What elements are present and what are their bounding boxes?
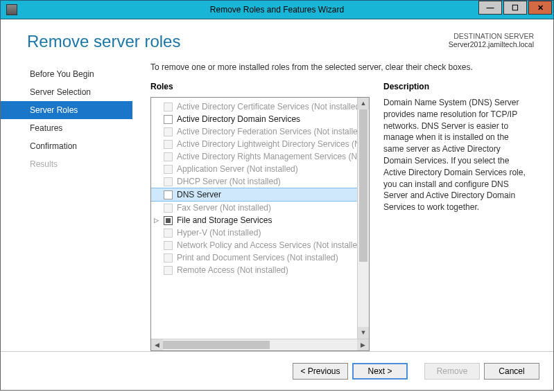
- role-checkbox: [164, 177, 173, 186]
- app-icon: [6, 4, 17, 15]
- destination-label: DESTINATION SERVER: [449, 32, 534, 40]
- titlebar[interactable]: Remove Roles and Features Wizard — ☐ ✕: [0, 0, 554, 19]
- role-label: DHCP Server (Not installed): [177, 177, 281, 186]
- scroll-right-icon[interactable]: ▶: [357, 339, 369, 350]
- roles-listbox[interactable]: Active Directory Certificate Services (N…: [150, 97, 370, 351]
- role-row[interactable]: ▷File and Storage Services: [151, 214, 369, 226]
- sidebar-item-server-roles[interactable]: Server Roles: [1, 101, 132, 119]
- role-row: Fax Server (Not installed): [151, 202, 369, 214]
- role-label: Network Policy and Access Services (Not …: [177, 240, 365, 250]
- role-label: Active Directory Certificate Services (N…: [177, 102, 363, 112]
- role-checkbox[interactable]: [164, 115, 173, 124]
- role-label: Active Directory Domain Services: [177, 114, 300, 124]
- role-checkbox[interactable]: [164, 216, 173, 225]
- role-checkbox: [164, 140, 173, 149]
- scroll-left-icon[interactable]: ◀: [151, 339, 163, 350]
- instruction-text: To remove one or more installed roles fr…: [150, 58, 535, 82]
- sidebar-item-server-selection[interactable]: Server Selection: [1, 83, 132, 101]
- role-row[interactable]: Active Directory Domain Services: [151, 113, 369, 125]
- destination-server-box: DESTINATION SERVER Server2012.jamiltech.…: [449, 32, 534, 48]
- role-row: DHCP Server (Not installed): [151, 175, 369, 188]
- maximize-button[interactable]: ☐: [503, 1, 527, 15]
- role-row: Print and Document Services (Not install…: [151, 251, 369, 264]
- description-text: Domain Name System (DNS) Server provides…: [383, 97, 535, 213]
- vertical-scrollbar[interactable]: ▲ ▼: [357, 98, 369, 339]
- role-checkbox: [164, 241, 173, 250]
- role-checkbox: [164, 152, 173, 161]
- role-label: Active Directory Rights Management Servi…: [177, 152, 369, 161]
- sidebar-item-before-you-begin[interactable]: Before You Begin: [1, 65, 132, 83]
- role-label: Application Server (Not installed): [177, 164, 298, 174]
- cancel-button[interactable]: Cancel: [484, 363, 539, 380]
- role-row: Active Directory Certificate Services (N…: [151, 100, 369, 113]
- role-checkbox[interactable]: [164, 190, 173, 199]
- role-checkbox: [164, 103, 173, 112]
- role-checkbox: [164, 266, 173, 275]
- role-checkbox: [164, 127, 173, 136]
- wizard-steps-sidebar: Before You BeginServer SelectionServer R…: [1, 58, 132, 351]
- expand-icon[interactable]: ▷: [154, 217, 159, 224]
- page-title: Remove server roles: [27, 32, 180, 51]
- role-checkbox: [164, 253, 173, 262]
- role-label: DNS Server: [177, 190, 221, 199]
- role-label: Hyper-V (Not installed): [177, 228, 261, 238]
- role-checkbox: [164, 229, 173, 238]
- role-checkbox: [164, 204, 173, 213]
- horizontal-scrollbar[interactable]: ◀ ▶: [151, 339, 369, 350]
- role-label: Active Directory Lightweight Directory S…: [177, 139, 369, 149]
- wizard-footer: < Previous Next > Remove Cancel: [1, 351, 553, 390]
- role-label: File and Storage Services: [177, 215, 272, 225]
- minimize-button[interactable]: —: [478, 1, 502, 15]
- role-row: Active Directory Lightweight Directory S…: [151, 138, 369, 150]
- previous-button[interactable]: < Previous: [293, 363, 348, 380]
- sidebar-item-confirmation[interactable]: Confirmation: [1, 137, 132, 155]
- role-row: Application Server (Not installed): [151, 163, 369, 175]
- role-label: Print and Document Services (Not install…: [177, 253, 338, 262]
- scroll-up-icon[interactable]: ▲: [358, 98, 369, 109]
- destination-server-name: Server2012.jamiltech.local: [449, 40, 534, 48]
- remove-button: Remove: [424, 363, 480, 380]
- window-title: Remove Roles and Features Wizard: [210, 5, 344, 15]
- next-button[interactable]: Next >: [352, 363, 408, 380]
- sidebar-item-features[interactable]: Features: [1, 119, 132, 137]
- role-label: Remote Access (Not installed): [177, 265, 288, 275]
- close-button[interactable]: ✕: [528, 1, 552, 15]
- role-checkbox: [164, 165, 173, 174]
- role-row: Hyper-V (Not installed): [151, 226, 369, 239]
- scroll-thumb[interactable]: [359, 109, 367, 262]
- role-row: Remote Access (Not installed): [151, 264, 369, 276]
- scroll-down-icon[interactable]: ▼: [358, 327, 369, 339]
- role-row: Active Directory Rights Management Servi…: [151, 150, 369, 163]
- role-label: Active Directory Federation Services (No…: [177, 127, 365, 136]
- roles-column-header: Roles: [150, 82, 370, 91]
- sidebar-item-results: Results: [1, 155, 132, 173]
- role-label: Fax Server (Not installed): [177, 203, 271, 213]
- role-row: Active Directory Federation Services (No…: [151, 125, 369, 138]
- hscroll-thumb[interactable]: [163, 341, 270, 349]
- role-row[interactable]: DNS Server: [151, 188, 369, 202]
- role-row: Network Policy and Access Services (Not …: [151, 239, 369, 251]
- description-column-header: Description: [383, 82, 535, 91]
